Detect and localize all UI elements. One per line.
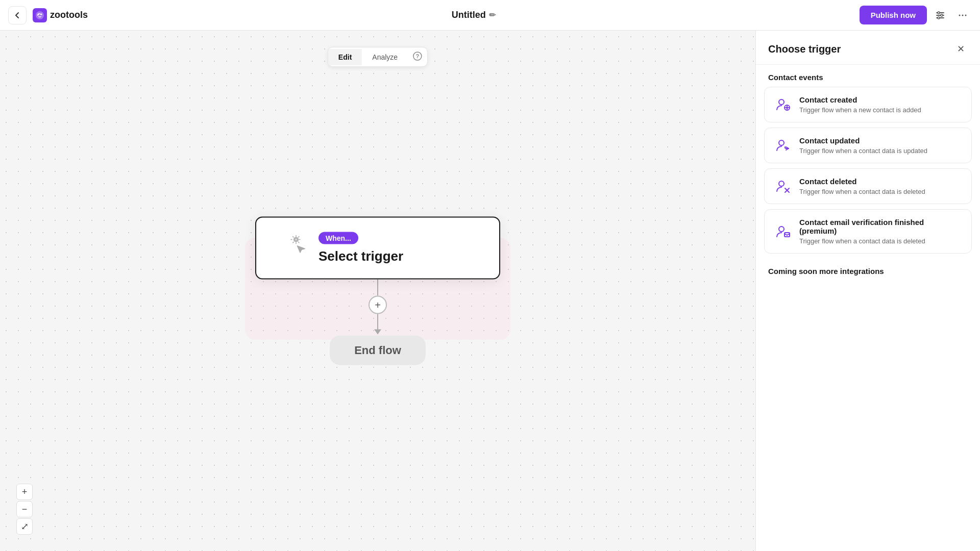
svg-point-3 (938, 12, 940, 14)
panel-header: Choose trigger ✕ (756, 31, 980, 65)
panel-title: Choose trigger (768, 43, 841, 55)
contact-updated-title: Contact updated (799, 136, 962, 145)
svg-point-16 (779, 181, 784, 186)
topbar-center: Untitled ✏ (94, 10, 853, 20)
contact-deleted-title: Contact deleted (799, 177, 962, 186)
zoom-fit-button[interactable]: ⤢ (16, 518, 33, 535)
svg-point-5 (938, 17, 940, 19)
svg-point-1 (41, 13, 42, 15)
right-panel: Choose trigger ✕ Contact events Contact … (755, 31, 980, 551)
svg-point-0 (36, 11, 44, 19)
svg-point-7 (962, 14, 964, 16)
trigger-node-content: When... Select trigger (318, 232, 403, 264)
contact-deleted-desc: Trigger flow when a contact data is dele… (799, 188, 962, 195)
svg-point-4 (941, 14, 943, 16)
contact-created-text: Contact created Trigger flow when a new … (799, 95, 962, 114)
svg-point-8 (965, 14, 967, 16)
page-title: Untitled ✏ (452, 10, 496, 20)
flow-container: When... Select trigger + End flow (255, 217, 500, 365)
topbar-actions: Publish now (860, 6, 972, 24)
panel-close-button[interactable]: ✕ (953, 42, 968, 56)
svg-point-12 (295, 239, 297, 241)
email-verification-desc: Trigger flow when a contact data is dele… (799, 237, 962, 245)
contact-events-section-title: Contact events (756, 65, 980, 87)
edit-title-icon[interactable]: ✏ (489, 10, 496, 20)
canvas-toolbar: Edit Analyze ? (328, 47, 428, 67)
zoom-controls: + − ⤢ (16, 484, 33, 535)
connector-line-top (377, 280, 378, 296)
svg-point-2 (38, 13, 39, 15)
when-badge: When... (318, 232, 358, 244)
zoom-out-button[interactable]: − (16, 501, 33, 517)
contact-updated-desc: Trigger flow when a contact data is upda… (799, 147, 962, 155)
contact-updated-text: Contact updated Trigger flow when a cont… (799, 136, 962, 155)
back-button[interactable] (8, 6, 27, 24)
trigger-option-contact-deleted[interactable]: Contact deleted Trigger flow when a cont… (764, 168, 972, 204)
canvas[interactable]: Edit Analyze ? (0, 31, 755, 551)
more-icon-button[interactable] (953, 6, 972, 24)
trigger-label: Select trigger (318, 248, 403, 264)
contact-deleted-icon (774, 177, 792, 195)
contact-updated-icon (774, 136, 792, 155)
logo: zootools (33, 8, 88, 22)
logo-text: zootools (50, 10, 88, 20)
contact-created-title: Contact created (799, 95, 962, 104)
coming-soon-label: Coming soon more integrations (756, 259, 980, 280)
help-icon[interactable]: ? (408, 47, 427, 66)
connector: + (369, 280, 387, 331)
svg-point-11 (294, 238, 298, 242)
end-flow-node: End flow (330, 336, 426, 365)
contact-deleted-text: Contact deleted Trigger flow when a cont… (799, 177, 962, 195)
main-layout: Edit Analyze ? (0, 31, 980, 551)
trigger-option-email-verification[interactable]: Contact email verification finished (pre… (764, 209, 972, 254)
svg-text:?: ? (416, 53, 420, 59)
email-verification-text: Contact email verification finished (pre… (799, 218, 962, 245)
contact-email-verification-icon (774, 222, 792, 241)
connector-arrow (377, 314, 378, 331)
add-step-button[interactable]: + (369, 296, 387, 314)
analyze-tab[interactable]: Analyze (362, 49, 408, 65)
svg-point-17 (779, 227, 784, 232)
contact-created-icon (774, 95, 792, 114)
edit-tab[interactable]: Edit (328, 49, 362, 65)
settings-icon-button[interactable] (931, 6, 949, 24)
svg-point-15 (779, 140, 784, 145)
zoom-in-button[interactable]: + (16, 484, 33, 500)
trigger-node[interactable]: When... Select trigger (255, 217, 500, 280)
svg-point-6 (959, 14, 961, 16)
contact-created-desc: Trigger flow when a new contact is added (799, 106, 962, 114)
email-verification-title: Contact email verification finished (pre… (799, 218, 962, 235)
trigger-option-contact-updated[interactable]: Contact updated Trigger flow when a cont… (764, 128, 972, 163)
topbar: zootools Untitled ✏ Publish now (0, 0, 980, 31)
publish-button[interactable]: Publish now (860, 6, 927, 24)
svg-point-13 (779, 99, 784, 105)
trigger-cursor-icon (287, 235, 309, 262)
trigger-option-contact-created[interactable]: Contact created Trigger flow when a new … (764, 87, 972, 122)
logo-icon (33, 8, 47, 22)
